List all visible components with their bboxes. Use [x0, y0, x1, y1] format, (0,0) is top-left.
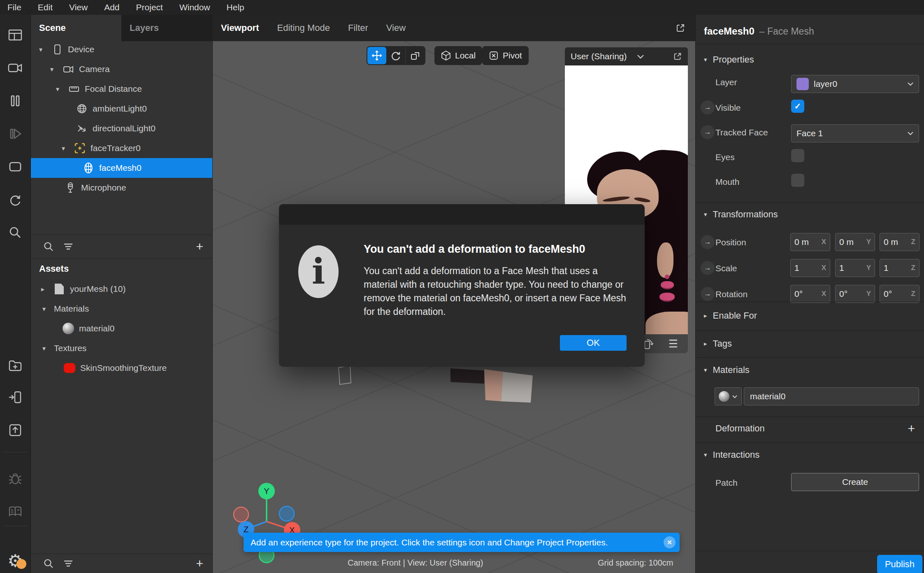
rotate-tool-button[interactable]: [386, 47, 405, 64]
screen-icon[interactable]: [0, 158, 30, 176]
caret-down-icon[interactable]: ▾: [62, 144, 73, 152]
tree-row-camera[interactable]: ▾ Camera: [31, 59, 212, 79]
tab-filter[interactable]: Filter: [348, 23, 368, 33]
layout-panels-icon[interactable]: [0, 26, 30, 44]
assets-header: Assets: [39, 263, 69, 274]
rotation-z-input[interactable]: 0°Z: [880, 285, 919, 303]
search-icon[interactable]: [43, 241, 54, 252]
local-space-button[interactable]: Local: [434, 46, 482, 65]
scale-x-input[interactable]: 1X: [790, 259, 830, 277]
asset-row-skin-smoothing-texture[interactable]: SkinSmoothingTexture: [31, 358, 212, 378]
position-z-input[interactable]: 0 mZ: [880, 233, 919, 251]
debug-bug-icon[interactable]: [0, 470, 30, 488]
publish-button[interactable]: Publish: [877, 555, 922, 573]
mouth-checkbox[interactable]: [791, 174, 804, 187]
move-tool-button[interactable]: [367, 47, 386, 64]
patch-arrow-icon[interactable]: →: [701, 287, 715, 301]
tree-row-face-mesh-selected[interactable]: faceMesh0: [31, 158, 212, 178]
close-icon[interactable]: ✕: [664, 536, 676, 548]
layer-dropdown[interactable]: layer0: [791, 75, 919, 93]
menu-bar: File Edit View Add Project Window Help: [0, 0, 924, 15]
menu-view[interactable]: View: [69, 2, 88, 12]
layer-color-swatch: [796, 78, 809, 90]
patch-arrow-icon[interactable]: →: [701, 261, 715, 275]
search-icon[interactable]: [43, 558, 54, 569]
section-interactions[interactable]: ▾ Interactions: [704, 450, 759, 460]
add-asset-button[interactable]: +: [196, 557, 203, 571]
material-name-field[interactable]: material0: [744, 387, 919, 405]
caret-down-icon: ▾: [704, 211, 707, 218]
section-enable-for[interactable]: ▸ Enable For: [704, 310, 757, 321]
pop-out-icon[interactable]: [673, 52, 682, 61]
pop-out-icon[interactable]: [676, 23, 685, 33]
filter-icon[interactable]: [63, 242, 74, 251]
section-tags[interactable]: ▸ Tags: [704, 338, 732, 349]
caret-down-icon[interactable]: ▾: [39, 46, 51, 54]
tracked-face-dropdown[interactable]: Face 1: [791, 124, 919, 142]
caret-down-icon[interactable]: ▾: [56, 85, 67, 93]
add-object-button[interactable]: +: [196, 240, 203, 254]
simulator-view-dropdown[interactable]: User (Sharing): [565, 47, 688, 65]
tree-row-ambient-light[interactable]: ambientLight0: [31, 99, 212, 119]
tree-row-directional-light[interactable]: directionalLight0: [31, 119, 212, 138]
menu-project[interactable]: Project: [136, 2, 163, 12]
tab-view[interactable]: View: [386, 23, 406, 33]
menu-window[interactable]: Window: [179, 2, 210, 12]
section-properties[interactable]: ▾ Properties: [704, 54, 754, 65]
patch-arrow-icon[interactable]: →: [701, 235, 715, 249]
ok-button[interactable]: OK: [560, 335, 627, 351]
pause-icon[interactable]: [0, 92, 30, 110]
patch-arrow-icon[interactable]: →: [701, 100, 715, 114]
add-asset-folder-icon[interactable]: [0, 356, 30, 375]
menu-file[interactable]: File: [7, 2, 21, 12]
material-picker[interactable]: [715, 387, 742, 405]
asset-row-textures[interactable]: ▾ Textures: [31, 338, 212, 358]
section-transformations[interactable]: ▾ Transformations: [704, 209, 778, 220]
visible-checkbox[interactable]: ✓: [791, 100, 804, 113]
caret-down-icon[interactable]: ▾: [50, 65, 62, 73]
caret-right-icon[interactable]: ▸: [41, 285, 53, 293]
dialog-header[interactable]: [279, 204, 645, 225]
section-materials[interactable]: ▾ Materials: [704, 365, 750, 375]
rotation-x-input[interactable]: 0°X: [790, 285, 830, 303]
caret-down-icon[interactable]: ▾: [42, 305, 54, 313]
step-forward-icon[interactable]: [0, 125, 30, 143]
restart-icon[interactable]: [0, 191, 30, 210]
patch-arrow-icon[interactable]: →: [701, 125, 715, 139]
search-icon[interactable]: [0, 224, 30, 242]
scale-y-input[interactable]: 1Y: [835, 259, 875, 277]
rotation-y-input[interactable]: 0°Y: [835, 285, 875, 303]
hamburger-menu-icon[interactable]: ☰: [669, 338, 678, 349]
menu-add[interactable]: Add: [104, 2, 119, 12]
asset-row-your-mesh[interactable]: ▸ yourMesh (10): [31, 279, 212, 299]
tab-layers[interactable]: Layers: [121, 15, 213, 41]
position-x-input[interactable]: 0 mX: [790, 233, 830, 251]
tree-row-face-tracker[interactable]: ▾ faceTracker0: [31, 138, 212, 158]
position-y-input[interactable]: 0 mY: [835, 233, 875, 251]
send-to-device-icon[interactable]: [0, 388, 30, 406]
scale-z-input[interactable]: 1Z: [880, 259, 919, 277]
create-patch-button[interactable]: Create: [791, 473, 919, 491]
export-icon[interactable]: [0, 421, 30, 439]
tab-editing-mode[interactable]: Editing Mode: [277, 23, 330, 33]
asset-row-materials[interactable]: ▾ Materials: [31, 299, 212, 319]
globe-icon: [75, 102, 88, 115]
tree-row-focal-distance[interactable]: ▾ Focal Distance: [31, 79, 212, 99]
caret-down-icon[interactable]: ▾: [42, 345, 54, 352]
asset-row-material0[interactable]: material0: [31, 319, 212, 338]
face-tracker-icon: [73, 142, 86, 155]
pivot-button[interactable]: Pivot: [482, 46, 529, 65]
menu-edit[interactable]: Edit: [38, 2, 53, 12]
settings-gear-icon[interactable]: ⚙: [0, 550, 30, 572]
menu-help[interactable]: Help: [227, 2, 244, 12]
eyes-checkbox[interactable]: [791, 149, 804, 162]
filter-icon[interactable]: [63, 559, 74, 568]
scale-tool-button[interactable]: [405, 47, 425, 64]
documentation-icon[interactable]: [0, 503, 30, 521]
tab-viewport[interactable]: Viewport: [221, 23, 259, 33]
tab-scene[interactable]: Scene: [31, 15, 121, 41]
tree-row-microphone[interactable]: Microphone: [31, 178, 212, 198]
video-camera-icon[interactable]: [0, 59, 30, 77]
add-deformation-button[interactable]: +: [908, 422, 915, 436]
tree-row-device[interactable]: ▾ Device: [31, 40, 212, 59]
